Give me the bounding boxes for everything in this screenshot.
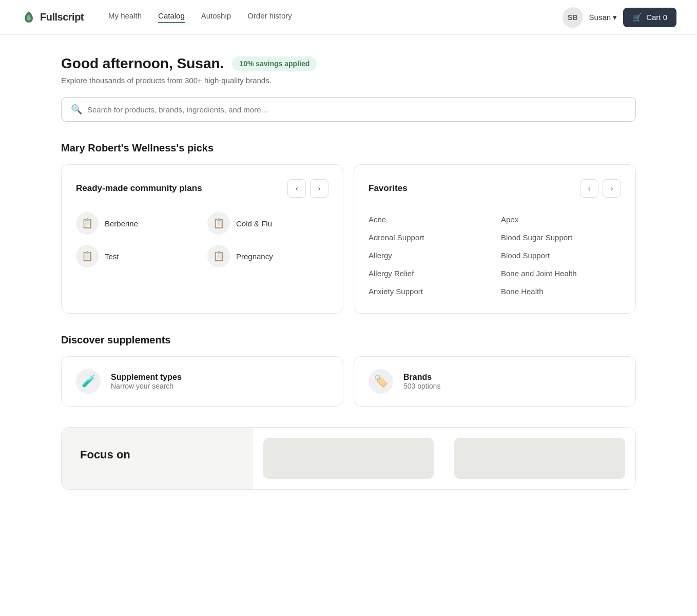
favorites-title: Favorites xyxy=(369,183,408,194)
favorite-item[interactable]: Allergy xyxy=(369,248,489,263)
discover-grid: 🧪 Supplement types Narrow your search 🏷️… xyxy=(61,356,636,407)
favorite-item[interactable]: Blood Sugar Support xyxy=(501,230,621,245)
favorite-item[interactable]: Adrenal Support xyxy=(369,230,489,245)
nav-links: My health Catalog Autoship Order history xyxy=(108,11,563,23)
plan-label: Berberine xyxy=(105,219,138,228)
plan-label: Pregnancy xyxy=(236,252,273,261)
favorites-card: Favorites ‹ › Acne Apex Adrenal Support … xyxy=(354,164,636,314)
next-button[interactable]: › xyxy=(310,179,328,198)
focus-placeholder-1 xyxy=(263,438,434,479)
focus-title: Focus on xyxy=(80,448,235,461)
nav-catalog[interactable]: Catalog xyxy=(158,11,185,23)
plan-icon: 📋 xyxy=(76,245,99,267)
plan-item[interactable]: 📋 Pregnancy xyxy=(207,245,328,267)
main-content: Good afternoon, Susan. 10% savings appli… xyxy=(41,35,656,490)
card-header: Ready-made community plans ‹ › xyxy=(76,179,328,198)
prev-button[interactable]: ‹ xyxy=(580,179,598,198)
supplement-types-card[interactable]: 🧪 Supplement types Narrow your search xyxy=(61,356,343,407)
supplement-types-sub: Narrow your search xyxy=(111,382,182,390)
nav-order-history[interactable]: Order history xyxy=(247,11,292,23)
plan-icon: 📋 xyxy=(207,212,230,235)
avatar: SB xyxy=(563,7,583,28)
supplement-types-label: Supplement types xyxy=(111,373,182,382)
focus-inner: Focus on xyxy=(62,428,635,489)
brands-card[interactable]: 🏷️ Brands 503 options xyxy=(354,356,636,407)
user-menu[interactable]: Susan ▾ xyxy=(589,13,617,22)
brands-sub: 503 options xyxy=(403,382,440,390)
picks-grid: Ready-made community plans ‹ › 📋 Berberi… xyxy=(61,164,636,314)
brands-label: Brands xyxy=(403,373,440,382)
favorite-item[interactable]: Anxiety Support xyxy=(369,284,489,299)
plan-item[interactable]: 📋 Cold & Flu xyxy=(207,212,328,235)
supplement-types-info: Supplement types Narrow your search xyxy=(111,373,182,390)
navbar: Fullscript My health Catalog Autoship Or… xyxy=(0,0,697,35)
cart-icon: 🛒 xyxy=(632,13,642,22)
cart-button[interactable]: 🛒 Cart 0 xyxy=(623,8,676,27)
focus-card: Focus on xyxy=(61,427,636,490)
plan-icon: 📋 xyxy=(207,245,230,267)
supplement-types-icon: 🧪 xyxy=(76,369,101,394)
greeting-subtext: Explore thousands of products from 300+ … xyxy=(61,76,636,85)
greeting-row: Good afternoon, Susan. 10% savings appli… xyxy=(61,55,636,72)
favorite-item[interactable]: Bone and Joint Health xyxy=(501,266,621,281)
nav-buttons: ‹ › xyxy=(287,179,328,198)
nav-right: SB Susan ▾ 🛒 Cart 0 xyxy=(563,7,676,28)
search-bar: 🔍 xyxy=(61,97,636,122)
logo[interactable]: Fullscript xyxy=(21,9,84,26)
favorite-item[interactable]: Allergy Relief xyxy=(369,266,489,281)
card-header: Favorites ‹ › xyxy=(369,179,621,198)
next-button[interactable]: › xyxy=(603,179,621,198)
community-plans-title: Ready-made community plans xyxy=(76,183,202,194)
plan-label: Cold & Flu xyxy=(236,219,272,228)
nav-my-health[interactable]: My health xyxy=(108,11,142,23)
logo-wordmark: Fullscript xyxy=(40,11,84,23)
favorite-item[interactable]: Apex xyxy=(501,212,621,227)
logo-icon xyxy=(21,9,37,26)
favorite-item[interactable]: Bone Health xyxy=(501,284,621,299)
focus-placeholder-2 xyxy=(454,438,625,479)
plan-icon: 📋 xyxy=(76,212,99,235)
greeting-text: Good afternoon, Susan. xyxy=(61,55,224,72)
picks-section-title: Mary Robert's Wellness's picks xyxy=(61,142,636,154)
brands-icon: 🏷️ xyxy=(369,369,393,394)
favorite-item[interactable]: Acne xyxy=(369,212,489,227)
search-icon: 🔍 xyxy=(71,104,82,115)
plan-label: Test xyxy=(105,252,119,261)
plan-item[interactable]: 📋 Test xyxy=(76,245,197,267)
chevron-down-icon: ▾ xyxy=(613,13,617,22)
discover-section-title: Discover supplements xyxy=(61,334,636,346)
prev-button[interactable]: ‹ xyxy=(287,179,306,198)
focus-left: Focus on xyxy=(62,428,253,489)
favorites-grid: Acne Apex Adrenal Support Blood Sugar Su… xyxy=(369,212,621,299)
community-plans-card: Ready-made community plans ‹ › 📋 Berberi… xyxy=(61,164,343,314)
nav-autoship[interactable]: Autoship xyxy=(201,11,231,23)
nav-buttons: ‹ › xyxy=(580,179,621,198)
search-input[interactable] xyxy=(87,105,626,114)
savings-badge: 10% savings applied xyxy=(232,56,317,71)
plan-item[interactable]: 📋 Berberine xyxy=(76,212,197,235)
plan-grid: 📋 Berberine 📋 Cold & Flu 📋 Test 📋 Pregna… xyxy=(76,212,328,267)
favorite-item[interactable]: Blood Support xyxy=(501,248,621,263)
brands-info: Brands 503 options xyxy=(403,373,440,390)
